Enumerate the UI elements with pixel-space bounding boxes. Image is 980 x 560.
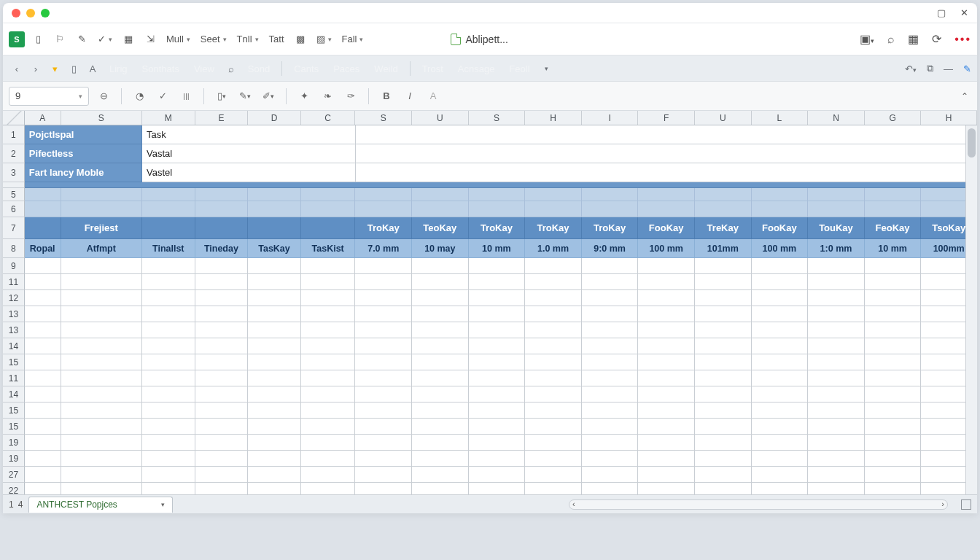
cell[interactable] [25,306,61,322]
cell[interactable] [142,370,195,386]
cell[interactable] [808,483,865,494]
cell[interactable] [638,201,695,217]
tool-check-icon[interactable]: ✓▾ [95,29,115,50]
cell[interactable]: 100 mm [638,239,695,258]
menu-item[interactable]: Trost [416,61,449,77]
cell[interactable] [469,467,526,483]
cell[interactable] [61,483,142,494]
cell[interactable] [142,217,195,239]
menu-item[interactable]: Feoll [503,61,535,77]
cell[interactable] [61,435,142,451]
cell[interactable] [638,322,695,338]
cell[interactable] [808,322,865,338]
cell[interactable] [248,451,301,467]
cell[interactable] [61,402,142,419]
column-header[interactable]: G [865,111,922,125]
row-header[interactable]: 11 [3,370,25,386]
cell[interactable] [808,274,865,290]
cell[interactable] [695,258,752,274]
cell[interactable] [248,338,301,354]
row-header[interactable]: 5 [3,188,25,201]
cell[interactable]: Vastel [142,163,355,182]
feather-icon[interactable]: ✑ [342,88,359,105]
cell[interactable]: TasKay [248,239,301,258]
cell[interactable] [248,306,301,322]
cell[interactable] [25,483,61,494]
menu-item[interactable]: Cants [288,61,324,77]
cell[interactable] [356,125,977,144]
sheet-tab-active[interactable]: ANTHCEST Popjces ▾ [28,497,172,513]
column-header[interactable]: C [301,111,356,125]
cell[interactable] [808,201,865,217]
cell[interactable]: 100 mm [752,239,809,258]
cell[interactable] [638,258,695,274]
cell[interactable] [808,338,865,354]
column-header[interactable]: M [142,111,195,125]
cell[interactable] [355,386,412,402]
cell[interactable] [638,451,695,467]
cell[interactable] [469,290,526,306]
cell[interactable] [752,258,809,274]
cell[interactable]: Pifectless [25,144,142,163]
minimize-line-icon[interactable]: — [944,63,953,74]
row-header[interactable]: 7 [3,217,25,239]
grid-icon[interactable]: ▦ [908,32,919,46]
cell[interactable] [695,451,752,467]
cell[interactable] [469,258,526,274]
cell[interactable] [248,467,301,483]
cell[interactable] [61,274,142,290]
cell[interactable] [412,306,469,322]
cell[interactable]: 10 mm [865,239,922,258]
cell[interactable] [525,354,582,370]
cell[interactable] [412,435,469,451]
row-header[interactable]: 14 [3,386,25,402]
cell[interactable] [469,188,526,201]
cell[interactable]: 1.0 mm [525,239,582,258]
cell[interactable] [301,402,356,419]
font-color-icon[interactable]: A [424,88,442,105]
cell[interactable] [195,451,249,467]
cell[interactable]: Frejiest [61,217,142,239]
cell[interactable] [865,483,922,494]
cell[interactable] [582,290,639,306]
cell[interactable] [752,188,809,201]
cell[interactable] [638,338,695,354]
column-header[interactable]: U [412,111,469,125]
cell[interactable] [525,370,582,386]
cell[interactable]: TroKay [355,217,412,239]
cell[interactable] [195,370,249,386]
cell[interactable] [195,338,249,354]
cell[interactable] [355,274,412,290]
cell[interactable] [865,435,922,451]
row-header[interactable]: 6 [3,201,25,217]
cell[interactable] [469,435,526,451]
cell[interactable] [61,258,142,274]
cell[interactable] [355,435,412,451]
tool-flag-icon[interactable]: ⚐ [51,29,69,50]
cell[interactable] [638,483,695,494]
cell[interactable] [808,386,865,402]
row-header[interactable]: 1 [3,125,25,144]
cell[interactable] [61,386,142,402]
cell[interactable]: 9:0 mm [582,239,639,258]
column-header[interactable]: N [808,111,865,125]
cell[interactable] [25,402,61,419]
cell[interactable] [808,435,865,451]
cell[interactable] [195,201,249,217]
cell[interactable] [808,290,865,306]
cell[interactable] [865,188,922,201]
cell[interactable] [248,201,301,217]
cell[interactable] [355,290,412,306]
cell[interactable] [808,354,865,370]
cell[interactable] [412,290,469,306]
row-header[interactable]: 22 [3,483,25,494]
cell[interactable] [355,419,412,435]
row-header[interactable] [3,182,25,188]
row-header[interactable]: 14 [3,338,25,354]
cell[interactable] [582,451,639,467]
dropdown-icon[interactable]: ▾ [539,61,555,77]
cell[interactable] [525,290,582,306]
menu-5[interactable]: Fall▾ [339,29,367,50]
cell[interactable] [25,467,61,483]
cell[interactable] [695,467,752,483]
